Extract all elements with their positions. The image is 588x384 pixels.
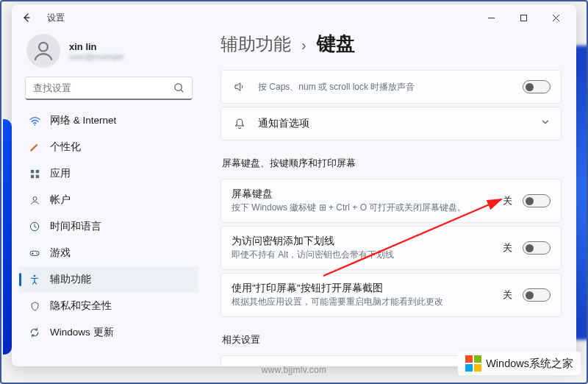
arrow-left-icon bbox=[21, 12, 32, 24]
shield-icon bbox=[28, 299, 41, 313]
card-underline-access-keys: 为访问密钥添加下划线 即使不持有 Alt，访问密钥也会带有下划线 关 bbox=[220, 226, 562, 270]
person-icon bbox=[31, 38, 56, 63]
maximize-button[interactable] bbox=[507, 7, 539, 29]
sidebar-item-time-language[interactable]: 时间和语言 bbox=[19, 213, 198, 240]
card-toggle-keys[interactable]: 按 Caps、num 或 scroll lock 时播放声音 关 bbox=[220, 70, 562, 104]
svg-point-3 bbox=[34, 124, 35, 125]
svg-rect-4 bbox=[30, 169, 33, 172]
toggle-underline-access-keys[interactable] bbox=[523, 241, 551, 255]
card-title: 屏幕键盘 bbox=[232, 188, 492, 201]
svg-rect-5 bbox=[35, 169, 38, 172]
sidebar-item-label: 个性化 bbox=[50, 141, 81, 154]
nav-list: 网络 & Internet 个性化 应用 帐户 bbox=[19, 107, 198, 359]
card-printscreen-snip: 使用"打印屏幕"按钮打开屏幕截图 根据其他应用设置，可能需要重启电脑才能看到此更… bbox=[220, 273, 562, 317]
card-sub: 按 Caps、num 或 scroll lock 时播放声音 bbox=[258, 81, 492, 93]
profile[interactable]: xin lin user@example bbox=[19, 31, 198, 77]
back-button[interactable] bbox=[16, 7, 37, 28]
search-input[interactable] bbox=[33, 82, 173, 93]
svg-point-11 bbox=[36, 252, 37, 253]
sidebar-item-label: 应用 bbox=[50, 167, 71, 180]
card-notification-prefs[interactable]: 通知首选项 bbox=[220, 107, 562, 141]
toggle-state-label: 关 bbox=[503, 289, 512, 302]
card-sub: 即使不持有 Alt，访问密钥也会带有下划线 bbox=[232, 249, 492, 261]
wifi-icon bbox=[28, 114, 41, 127]
svg-rect-7 bbox=[35, 174, 38, 177]
accessibility-icon bbox=[28, 273, 41, 286]
clock-icon bbox=[28, 220, 41, 233]
game-icon bbox=[28, 246, 41, 260]
card-title: 使用"打印屏幕"按钮打开屏幕截图 bbox=[232, 282, 492, 295]
sidebar-item-personalization[interactable]: 个性化 bbox=[19, 134, 198, 160]
chevron-right-icon: › bbox=[301, 37, 306, 54]
breadcrumb: 辅助功能 › 键盘 bbox=[220, 31, 562, 70]
svg-rect-0 bbox=[520, 15, 526, 21]
avatar bbox=[26, 34, 60, 68]
breadcrumb-parent[interactable]: 辅助功能 bbox=[220, 32, 291, 56]
card-title: 通知首选项 bbox=[258, 117, 530, 130]
sidebar-item-label: 辅助功能 bbox=[50, 273, 91, 286]
minimize-button[interactable] bbox=[475, 7, 507, 29]
toggle-state-label: 关 bbox=[503, 242, 512, 255]
windows-logo-icon bbox=[465, 355, 481, 371]
section-heading: 屏幕键盘、按键顺序和打印屏幕 bbox=[222, 157, 562, 170]
svg-point-8 bbox=[33, 196, 37, 200]
brand-text: Windows系统之家 bbox=[486, 357, 573, 371]
close-icon bbox=[552, 14, 560, 22]
sidebar-item-update[interactable]: Windows 更新 bbox=[19, 319, 198, 346]
sidebar-item-network[interactable]: 网络 & Internet bbox=[19, 107, 198, 134]
sidebar-item-label: 时间和语言 bbox=[50, 220, 101, 233]
sidebar-item-gaming[interactable]: 游戏 bbox=[19, 240, 198, 266]
svg-rect-10 bbox=[30, 251, 39, 255]
card-sub: 按下 Windows 徽标键 ⊞ + Ctrl + O 可打开或关闭屏幕键盘。 bbox=[232, 202, 492, 214]
maximize-icon bbox=[520, 14, 528, 22]
search-icon bbox=[173, 82, 184, 93]
sidebar-item-label: 网络 & Internet bbox=[50, 114, 116, 127]
window-title: 设置 bbox=[47, 12, 65, 24]
settings-window: 设置 xin lin user@example bbox=[12, 4, 576, 366]
sidebar-item-label: 隐私和安全性 bbox=[50, 299, 112, 313]
svg-point-1 bbox=[39, 43, 48, 51]
sidebar-item-label: 游戏 bbox=[50, 246, 71, 260]
svg-point-2 bbox=[175, 84, 182, 90]
apps-icon bbox=[28, 167, 41, 180]
sidebar: xin lin user@example 网络 & Internet bbox=[12, 31, 206, 366]
bell-icon bbox=[232, 115, 248, 132]
svg-rect-6 bbox=[30, 174, 33, 177]
sound-icon bbox=[232, 79, 248, 95]
update-icon bbox=[28, 326, 41, 339]
profile-sub: user@example bbox=[69, 52, 123, 61]
card-sub: 根据其他应用设置，可能需要重启电脑才能看到此更改 bbox=[232, 296, 492, 308]
toggle-printscreen-snip[interactable] bbox=[523, 288, 551, 302]
section-heading-related: 相关设置 bbox=[222, 333, 562, 346]
toggle-onscreen-keyboard[interactable] bbox=[523, 194, 551, 207]
content-area: 辅助功能 › 键盘 按 Caps、num 或 scroll lock 时播放声音… bbox=[206, 31, 576, 366]
toggle-state-label: 关 bbox=[503, 195, 512, 207]
titlebar: 设置 bbox=[12, 4, 576, 31]
sidebar-item-privacy[interactable]: 隐私和安全性 bbox=[19, 293, 198, 319]
user-icon bbox=[28, 193, 41, 207]
search-box[interactable] bbox=[25, 77, 193, 100]
sidebar-item-label: Windows 更新 bbox=[50, 326, 114, 339]
minimize-icon bbox=[487, 14, 495, 22]
toggle-switch[interactable] bbox=[523, 80, 551, 93]
svg-point-13 bbox=[34, 275, 36, 277]
card-onscreen-keyboard: 屏幕键盘 按下 Windows 徽标键 ⊞ + Ctrl + O 可打开或关闭屏… bbox=[220, 179, 562, 223]
watermark: www.bjjmlv.com bbox=[262, 365, 327, 375]
close-button[interactable] bbox=[539, 7, 572, 29]
sidebar-item-accounts[interactable]: 帐户 bbox=[19, 187, 198, 213]
profile-name: xin lin bbox=[69, 41, 123, 52]
chevron-down-icon bbox=[540, 117, 551, 130]
brand-badge: Windows系统之家 bbox=[458, 352, 581, 375]
sidebar-item-label: 帐户 bbox=[50, 193, 71, 207]
sidebar-item-accessibility[interactable]: 辅助功能 bbox=[19, 266, 198, 293]
page-title: 键盘 bbox=[317, 31, 355, 57]
card-title: 为访问密钥添加下划线 bbox=[232, 235, 492, 248]
brush-icon bbox=[28, 141, 41, 154]
svg-point-12 bbox=[37, 254, 37, 255]
sidebar-item-apps[interactable]: 应用 bbox=[19, 160, 198, 187]
